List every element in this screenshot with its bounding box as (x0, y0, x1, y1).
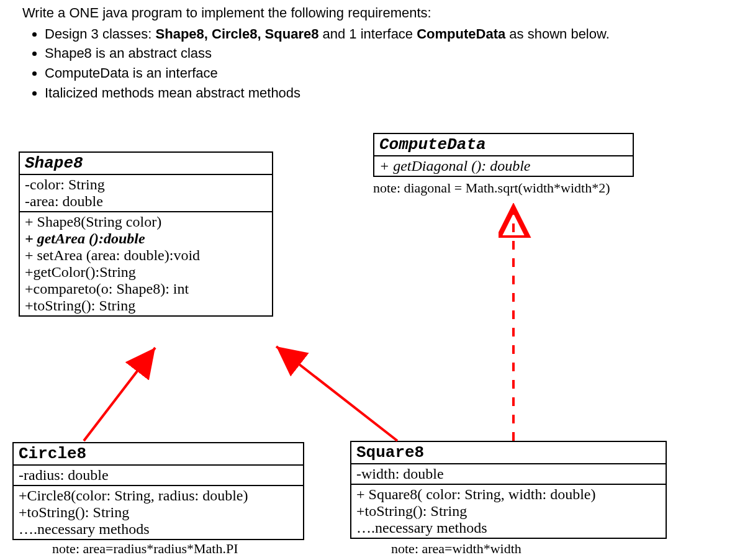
circle8-note: note: area=radius*radius*Math.PI (52, 541, 238, 557)
uml-op: +toString(): String (25, 297, 267, 314)
uml-operations: + Square8( color: String, width: double)… (351, 485, 666, 538)
uml-op-abstract: + getArea ():double (25, 230, 267, 247)
uml-class-name: Circle8 (14, 443, 303, 466)
uml-op: + Shape8(String color) (25, 214, 267, 230)
uml-class-name: Shape8 (20, 153, 272, 175)
uml-interface-name: ComputeData (374, 134, 633, 156)
uml-op: +toString(): String (19, 504, 298, 521)
uml-class-square8: Square8 -width: double + Square8( color:… (350, 441, 667, 539)
uml-op: +toString(): String (356, 503, 661, 520)
uml-operations: + Shape8(String color) + getArea ():doub… (20, 212, 272, 315)
uml-op: + Square8( color: String, width: double) (356, 486, 661, 503)
intro-bullet-1: Design 3 classes: Shape8, Circle8, Squar… (45, 25, 610, 43)
uml-attr: -color: String (25, 176, 267, 193)
uml-attributes: -width: double (351, 464, 666, 485)
uml-op: + setArea (area: double):void (25, 247, 267, 264)
uml-class-name: Square8 (351, 442, 666, 464)
uml-attr: -width: double (356, 466, 661, 482)
intro-bullet-4: Italicized methods mean abstract methods (45, 84, 610, 102)
uml-class-shape8: Shape8 -color: String -area: double + Sh… (19, 151, 273, 317)
uml-attr: -radius: double (19, 467, 298, 484)
uml-attr: -area: double (25, 193, 267, 210)
uml-op-abstract: + getDiagonal (): double (379, 158, 628, 174)
uml-attributes: -radius: double (14, 466, 303, 486)
intro-bullet-3: ComputeData is an interface (45, 64, 610, 83)
intro-title: Write a ONE java program to implement th… (22, 4, 610, 22)
arrow-circle8-to-shape8 (84, 348, 155, 441)
intro-bullets: Design 3 classes: Shape8, Circle8, Squar… (45, 25, 610, 102)
compute-note: note: diagonal = Math.sqrt(width*width*2… (373, 180, 610, 196)
uml-op: ….necessary methods (356, 520, 661, 536)
uml-interface-computedata: ComputeData + getDiagonal (): double (373, 133, 634, 177)
uml-class-circle8: Circle8 -radius: double +Circle8(color: … (12, 442, 304, 540)
uml-op: +compareto(o: Shape8): int (25, 281, 267, 297)
arrow-square8-to-shape8 (276, 346, 397, 441)
uml-op: +Circle8(color: String, radius: double) (19, 487, 298, 504)
uml-op: +getColor():String (25, 264, 267, 281)
uml-attributes: -color: String -area: double (20, 175, 272, 212)
problem-intro: Write a ONE java program to implement th… (22, 4, 610, 103)
uml-operations: +Circle8(color: String, radius: double) … (14, 486, 303, 539)
uml-operations: + getDiagonal (): double (374, 156, 633, 176)
intro-bullet-2: Shape8 is an abstract class (45, 44, 610, 63)
uml-op: ….necessary methods (19, 521, 298, 538)
square8-note: note: area=width*width (391, 541, 522, 557)
